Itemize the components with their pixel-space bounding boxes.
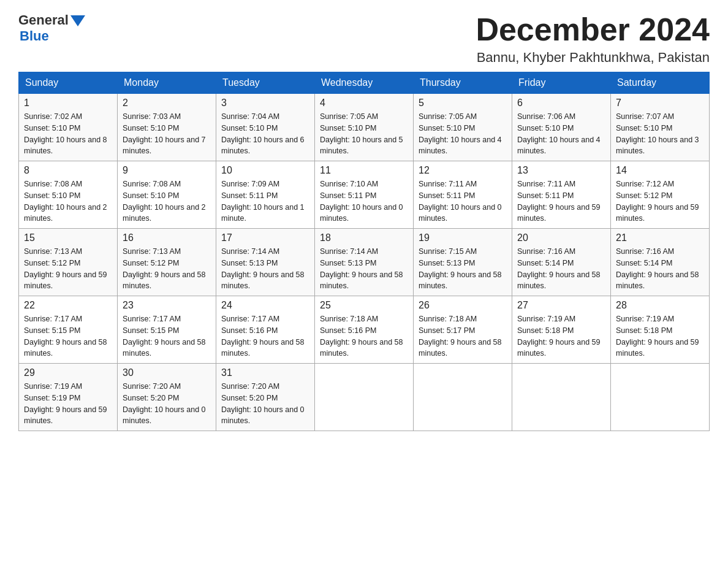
calendar-cell: 1 Sunrise: 7:02 AMSunset: 5:10 PMDayligh… <box>19 94 118 161</box>
day-number: 31 <box>221 367 309 378</box>
day-info: Sunrise: 7:11 AMSunset: 5:11 PMDaylight:… <box>517 178 605 224</box>
day-number: 27 <box>517 300 605 311</box>
day-info: Sunrise: 7:11 AMSunset: 5:11 PMDaylight:… <box>419 178 507 224</box>
calendar-cell: 24 Sunrise: 7:17 AMSunset: 5:16 PMDaylig… <box>216 296 315 364</box>
day-number: 16 <box>123 232 211 243</box>
day-info: Sunrise: 7:19 AMSunset: 5:18 PMDaylight:… <box>517 313 605 359</box>
month-title: December 2024 <box>476 12 710 47</box>
calendar-cell <box>611 364 710 431</box>
day-number: 25 <box>320 300 408 311</box>
day-info: Sunrise: 7:20 AMSunset: 5:20 PMDaylight:… <box>221 381 309 427</box>
day-number: 20 <box>517 232 605 243</box>
day-info: Sunrise: 7:13 AMSunset: 5:12 PMDaylight:… <box>123 246 211 292</box>
day-info: Sunrise: 7:10 AMSunset: 5:11 PMDaylight:… <box>320 178 408 224</box>
calendar-cell: 30 Sunrise: 7:20 AMSunset: 5:20 PMDaylig… <box>118 364 216 431</box>
calendar-cell: 25 Sunrise: 7:18 AMSunset: 5:16 PMDaylig… <box>315 296 414 364</box>
day-info: Sunrise: 7:17 AMSunset: 5:15 PMDaylight:… <box>24 313 112 359</box>
day-info: Sunrise: 7:17 AMSunset: 5:16 PMDaylight:… <box>221 313 309 359</box>
calendar-cell: 29 Sunrise: 7:19 AMSunset: 5:19 PMDaylig… <box>19 364 118 431</box>
day-number: 28 <box>616 300 704 311</box>
day-info: Sunrise: 7:13 AMSunset: 5:12 PMDaylight:… <box>24 246 112 292</box>
calendar-cell: 26 Sunrise: 7:18 AMSunset: 5:17 PMDaylig… <box>414 296 512 364</box>
header-saturday: Saturday <box>611 72 710 94</box>
day-info: Sunrise: 7:19 AMSunset: 5:19 PMDaylight:… <box>24 381 112 427</box>
day-number: 18 <box>320 232 408 243</box>
day-info: Sunrise: 7:16 AMSunset: 5:14 PMDaylight:… <box>616 246 704 292</box>
day-info: Sunrise: 7:04 AMSunset: 5:10 PMDaylight:… <box>221 111 309 157</box>
day-info: Sunrise: 7:09 AMSunset: 5:11 PMDaylight:… <box>221 178 309 224</box>
day-number: 24 <box>221 300 309 311</box>
location-subtitle: Bannu, Khyber Pakhtunkhwa, Pakistan <box>476 50 710 66</box>
day-info: Sunrise: 7:05 AMSunset: 5:10 PMDaylight:… <box>320 111 408 157</box>
calendar-cell: 8 Sunrise: 7:08 AMSunset: 5:10 PMDayligh… <box>19 161 118 229</box>
day-number: 8 <box>24 165 112 176</box>
calendar-cell: 6 Sunrise: 7:06 AMSunset: 5:10 PMDayligh… <box>512 94 611 161</box>
logo: General Blue <box>18 12 85 44</box>
day-info: Sunrise: 7:17 AMSunset: 5:15 PMDaylight:… <box>123 313 211 359</box>
logo-blue-text: Blue <box>20 28 49 44</box>
day-number: 17 <box>221 232 309 243</box>
calendar-cell: 13 Sunrise: 7:11 AMSunset: 5:11 PMDaylig… <box>512 161 611 229</box>
calendar-header-row: Sunday Monday Tuesday Wednesday Thursday… <box>19 72 710 94</box>
calendar-cell: 4 Sunrise: 7:05 AMSunset: 5:10 PMDayligh… <box>315 94 414 161</box>
logo-triangle-icon <box>70 15 85 26</box>
calendar-cell <box>512 364 611 431</box>
header-tuesday: Tuesday <box>216 72 315 94</box>
calendar-cell: 19 Sunrise: 7:15 AMSunset: 5:13 PMDaylig… <box>414 229 512 296</box>
page-header: General Blue December 2024 Bannu, Khyber… <box>18 12 710 66</box>
day-info: Sunrise: 7:16 AMSunset: 5:14 PMDaylight:… <box>517 246 605 292</box>
day-number: 7 <box>616 98 704 109</box>
calendar-cell: 31 Sunrise: 7:20 AMSunset: 5:20 PMDaylig… <box>216 364 315 431</box>
day-info: Sunrise: 7:08 AMSunset: 5:10 PMDaylight:… <box>123 178 211 224</box>
day-info: Sunrise: 7:18 AMSunset: 5:16 PMDaylight:… <box>320 313 408 359</box>
day-number: 22 <box>24 300 112 311</box>
calendar-cell: 7 Sunrise: 7:07 AMSunset: 5:10 PMDayligh… <box>611 94 710 161</box>
calendar-cell: 11 Sunrise: 7:10 AMSunset: 5:11 PMDaylig… <box>315 161 414 229</box>
calendar-week-row: 1 Sunrise: 7:02 AMSunset: 5:10 PMDayligh… <box>19 94 710 161</box>
calendar-cell: 28 Sunrise: 7:19 AMSunset: 5:18 PMDaylig… <box>611 296 710 364</box>
header-wednesday: Wednesday <box>315 72 414 94</box>
calendar-cell: 3 Sunrise: 7:04 AMSunset: 5:10 PMDayligh… <box>216 94 315 161</box>
calendar-cell: 10 Sunrise: 7:09 AMSunset: 5:11 PMDaylig… <box>216 161 315 229</box>
day-info: Sunrise: 7:08 AMSunset: 5:10 PMDaylight:… <box>24 178 112 224</box>
day-number: 5 <box>419 98 507 109</box>
day-info: Sunrise: 7:12 AMSunset: 5:12 PMDaylight:… <box>616 178 704 224</box>
day-number: 15 <box>24 232 112 243</box>
day-number: 10 <box>221 165 309 176</box>
header-friday: Friday <box>512 72 611 94</box>
day-number: 21 <box>616 232 704 243</box>
day-info: Sunrise: 7:19 AMSunset: 5:18 PMDaylight:… <box>616 313 704 359</box>
day-number: 12 <box>419 165 507 176</box>
calendar-week-row: 29 Sunrise: 7:19 AMSunset: 5:19 PMDaylig… <box>19 364 710 431</box>
calendar-cell: 27 Sunrise: 7:19 AMSunset: 5:18 PMDaylig… <box>512 296 611 364</box>
day-info: Sunrise: 7:15 AMSunset: 5:13 PMDaylight:… <box>419 246 507 292</box>
calendar-week-row: 8 Sunrise: 7:08 AMSunset: 5:10 PMDayligh… <box>19 161 710 229</box>
day-number: 1 <box>24 98 112 109</box>
day-number: 30 <box>123 367 211 378</box>
calendar-cell: 18 Sunrise: 7:14 AMSunset: 5:13 PMDaylig… <box>315 229 414 296</box>
logo-general-text: General <box>18 12 69 28</box>
calendar-cell: 15 Sunrise: 7:13 AMSunset: 5:12 PMDaylig… <box>19 229 118 296</box>
calendar-week-row: 15 Sunrise: 7:13 AMSunset: 5:12 PMDaylig… <box>19 229 710 296</box>
calendar-table: Sunday Monday Tuesday Wednesday Thursday… <box>18 72 710 431</box>
day-number: 11 <box>320 165 408 176</box>
day-number: 9 <box>123 165 211 176</box>
day-number: 19 <box>419 232 507 243</box>
day-info: Sunrise: 7:06 AMSunset: 5:10 PMDaylight:… <box>517 111 605 157</box>
calendar-cell: 23 Sunrise: 7:17 AMSunset: 5:15 PMDaylig… <box>118 296 216 364</box>
calendar-cell: 17 Sunrise: 7:14 AMSunset: 5:13 PMDaylig… <box>216 229 315 296</box>
day-info: Sunrise: 7:14 AMSunset: 5:13 PMDaylight:… <box>320 246 408 292</box>
calendar-cell <box>315 364 414 431</box>
header-thursday: Thursday <box>414 72 512 94</box>
calendar-week-row: 22 Sunrise: 7:17 AMSunset: 5:15 PMDaylig… <box>19 296 710 364</box>
day-number: 29 <box>24 367 112 378</box>
day-info: Sunrise: 7:03 AMSunset: 5:10 PMDaylight:… <box>123 111 211 157</box>
header-sunday: Sunday <box>19 72 118 94</box>
day-number: 14 <box>616 165 704 176</box>
day-number: 23 <box>123 300 211 311</box>
day-number: 4 <box>320 98 408 109</box>
day-info: Sunrise: 7:14 AMSunset: 5:13 PMDaylight:… <box>221 246 309 292</box>
day-number: 3 <box>221 98 309 109</box>
calendar-cell: 9 Sunrise: 7:08 AMSunset: 5:10 PMDayligh… <box>118 161 216 229</box>
title-block: December 2024 Bannu, Khyber Pakhtunkhwa,… <box>476 12 710 66</box>
